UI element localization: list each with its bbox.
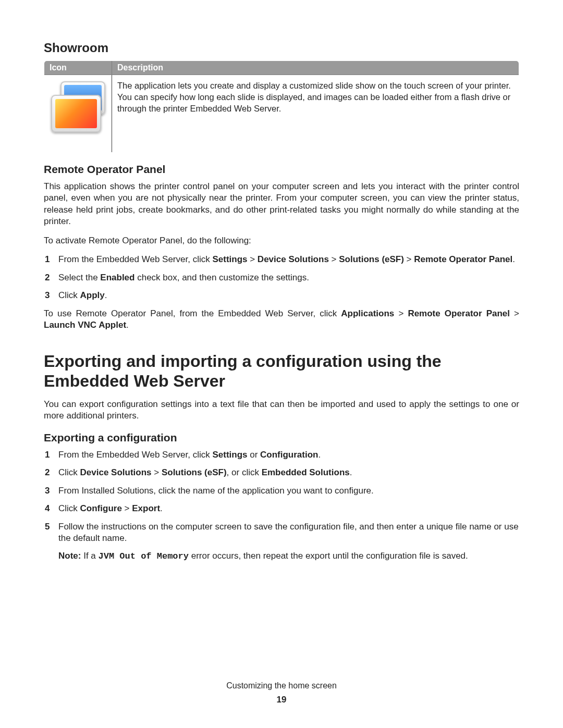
remote-intro: This application shows the printer contr… xyxy=(44,181,519,228)
text: If a xyxy=(83,551,98,561)
export-sub-heading: Exporting a configuration xyxy=(44,431,519,444)
list-item: From the Embedded Web Server, click Sett… xyxy=(44,254,519,265)
list-item: Follow the instructions on the computer … xyxy=(44,521,519,563)
remote-activate-lead: To activate Remote Operator Panel, do th… xyxy=(44,235,519,246)
bold-text: Remote Operator Panel xyxy=(414,254,512,264)
bold-text: Launch VNC Applet xyxy=(44,320,126,330)
table-row: The application lets you create and disp… xyxy=(44,75,519,153)
remote-heading: Remote Operator Panel xyxy=(44,163,519,176)
text: > xyxy=(247,254,257,264)
bold-text: Solutions (eSF) xyxy=(162,467,227,477)
text: > xyxy=(152,467,162,477)
text: . xyxy=(512,254,515,264)
text: . xyxy=(350,467,352,477)
col-desc-header: Description xyxy=(112,61,519,75)
text: > xyxy=(329,254,339,264)
bold-text: Remote Operator Panel xyxy=(408,309,510,318)
showroom-table: Icon Description The application lets yo… xyxy=(44,60,519,153)
col-icon-header: Icon xyxy=(44,61,112,75)
page-number: 19 xyxy=(0,695,563,705)
bold-text: Embedded Solutions xyxy=(262,467,350,477)
text: error occurs, then repeat the export unt… xyxy=(189,551,468,561)
remote-use: To use Remote Operator Panel, from the E… xyxy=(44,308,519,331)
showroom-heading: Showroom xyxy=(44,41,519,55)
text: . xyxy=(105,290,107,300)
bold-text: Settings xyxy=(212,254,247,264)
bold-text: Configuration xyxy=(260,450,318,460)
showroom-desc-cell: The application lets you create and disp… xyxy=(112,75,519,153)
list-item: Click Device Solutions > Solutions (eSF)… xyxy=(44,467,519,478)
note: Note: If a JVM Out of Memory error occur… xyxy=(58,551,468,561)
bold-text: Device Solutions xyxy=(80,467,152,477)
text: . xyxy=(126,320,129,330)
text: > xyxy=(122,503,132,513)
bold-text: Applications xyxy=(341,309,394,318)
text: From the Embedded Web Server, click xyxy=(58,254,212,264)
bold-text: Export xyxy=(132,503,160,513)
code-text: JVM Out of Memory xyxy=(99,551,189,561)
bold-text: Apply xyxy=(80,290,105,300)
footer-title: Customizing the home screen xyxy=(226,681,337,690)
export-intro: You can export configuration settings in… xyxy=(44,399,519,422)
text: From Installed Solutions, click the name… xyxy=(58,486,374,496)
export-steps: From the Embedded Web Server, click Sett… xyxy=(44,449,519,563)
text: Click xyxy=(58,503,80,513)
bold-text: Configure xyxy=(80,503,122,513)
text: To use Remote Operator Panel, from the E… xyxy=(44,309,341,318)
list-item: From Installed Solutions, click the name… xyxy=(44,485,519,497)
page-footer: Customizing the home screen 19 xyxy=(0,681,563,705)
text: > xyxy=(510,309,519,318)
slideshow-icon xyxy=(50,80,106,147)
text: Select the xyxy=(58,273,100,282)
text: . xyxy=(160,503,163,513)
text: Click xyxy=(58,290,80,300)
text: check box, and then customize the settin… xyxy=(134,273,309,282)
text: Follow the instructions on the computer … xyxy=(58,522,519,543)
remote-steps: From the Embedded Web Server, click Sett… xyxy=(44,254,519,301)
export-main-heading: Exporting and importing a configuration … xyxy=(44,352,519,391)
text: , or click xyxy=(227,467,262,477)
bold-text: Enabled xyxy=(100,273,134,282)
text: . xyxy=(318,450,321,460)
bold-text: Settings xyxy=(212,450,247,460)
text: or xyxy=(247,450,260,460)
text: Click xyxy=(58,467,80,477)
list-item: Click Apply. xyxy=(44,290,519,301)
bold-text: Solutions (eSF) xyxy=(339,254,404,264)
note-label: Note: xyxy=(58,551,83,561)
text: From the Embedded Web Server, click xyxy=(58,450,212,460)
text: > xyxy=(394,309,408,318)
bold-text: Device Solutions xyxy=(258,254,329,264)
list-item: Click Configure > Export. xyxy=(44,503,519,514)
list-item: From the Embedded Web Server, click Sett… xyxy=(44,449,519,461)
showroom-icon-cell xyxy=(44,75,112,153)
text: > xyxy=(404,254,414,264)
list-item: Select the Enabled check box, and then c… xyxy=(44,272,519,283)
